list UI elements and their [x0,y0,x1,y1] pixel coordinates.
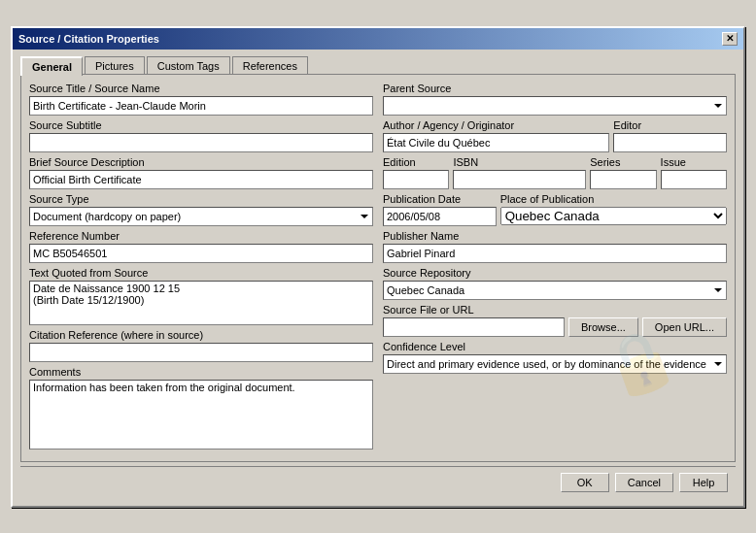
publisher-name-label: Publisher Name [383,230,727,242]
tab-general[interactable]: General [20,56,83,76]
form-columns: Source Title / Source Name Source Subtit… [29,83,727,453]
publisher-name-input[interactable] [383,244,727,263]
source-file-group: Source File or URL Browse... Open URL... [383,304,727,337]
right-column: Parent Source Author / Agency / Originat… [383,83,727,453]
help-button[interactable]: Help [679,473,728,492]
pub-date-group: Publication Date [383,193,497,226]
ok-button[interactable]: OK [561,473,609,492]
edition-label: Edition [383,156,449,168]
tab-custom-tags[interactable]: Custom Tags [147,56,230,76]
issue-label: Issue [661,156,727,168]
edition-group: Edition [383,156,449,189]
source-repo-group: Source Repository Quebec Canada [383,267,727,300]
edition-isbn-series-issue-row: Edition ISBN Series Issue [383,156,727,189]
reference-number-input[interactable] [29,244,373,263]
author-label: Author / Agency / Originator [383,119,609,131]
browse-button[interactable]: Browse... [568,317,638,337]
author-input[interactable] [383,133,609,152]
dialog-title: Source / Citation Properties [18,33,159,45]
place-pub-group: Place of Publication Quebec Canada [500,193,727,226]
source-type-group: Source Type Document (hardcopy on paper) [29,193,373,226]
close-button[interactable]: ✕ [722,32,738,46]
tab-references[interactable]: References [232,56,308,76]
dialog-body: General Pictures Custom Tags References … [13,50,743,506]
issue-group: Issue [661,156,727,189]
source-subtitle-label: Source Subtitle [29,119,373,131]
text-quoted-group: Text Quoted from Source [29,267,373,325]
tab-content-general: 🔒 Source Title / Source Name Source Subt… [20,74,736,462]
citation-ref-input[interactable] [29,343,373,362]
parent-source-label: Parent Source [383,83,727,94]
text-quoted-textarea[interactable] [29,281,373,325]
brief-desc-label: Brief Source Description [29,156,373,168]
tab-bar: General Pictures Custom Tags References [20,55,736,75]
confidence-select[interactable]: Direct and primary evidence used, or by … [383,354,727,374]
series-input[interactable] [590,170,656,189]
source-repo-label: Source Repository [383,267,727,279]
cancel-button[interactable]: Cancel [615,473,673,492]
dialog: Source / Citation Properties ✕ General P… [11,26,745,508]
citation-ref-group: Citation Reference (where in source) [29,329,373,362]
reference-number-label: Reference Number [29,230,373,242]
comments-group: Comments [29,366,373,450]
series-label: Series [590,156,656,168]
source-file-label: Source File or URL [383,304,727,316]
source-repo-select[interactable]: Quebec Canada [383,281,727,300]
series-group: Series [590,156,656,189]
title-bar: Source / Citation Properties ✕ [13,28,743,50]
confidence-label: Confidence Level [383,341,727,352]
left-column: Source Title / Source Name Source Subtit… [29,83,373,453]
editor-label: Editor [613,119,727,131]
source-subtitle-group: Source Subtitle [29,119,373,152]
citation-ref-label: Citation Reference (where in source) [29,329,373,341]
editor-input[interactable] [613,133,727,152]
source-type-label: Source Type [29,193,373,205]
source-title-label: Source Title / Source Name [29,83,373,94]
editor-group: Editor [613,119,727,152]
source-subtitle-input[interactable] [29,133,373,152]
isbn-group: ISBN [453,156,586,189]
brief-desc-group: Brief Source Description [29,156,373,189]
issue-input[interactable] [661,170,727,189]
pub-date-input[interactable] [383,207,497,226]
parent-source-select[interactable] [383,96,727,116]
source-file-row: Browse... Open URL... [383,317,727,337]
reference-number-group: Reference Number [29,230,373,263]
isbn-label: ISBN [453,156,586,168]
confidence-group: Confidence Level Direct and primary evid… [383,341,727,374]
publisher-name-group: Publisher Name [383,230,727,263]
comments-textarea[interactable] [29,380,373,450]
author-editor-row: Author / Agency / Originator Editor [383,119,727,152]
comments-label: Comments [29,366,373,378]
place-pub-select[interactable]: Quebec Canada [500,207,727,225]
brief-desc-input[interactable] [29,170,373,189]
source-title-input[interactable] [29,96,373,116]
isbn-input[interactable] [453,170,586,189]
source-type-select[interactable]: Document (hardcopy on paper) [29,207,373,226]
author-group: Author / Agency / Originator [383,119,609,152]
source-title-group: Source Title / Source Name [29,83,373,116]
source-file-input[interactable] [383,317,565,337]
dialog-footer: OK Cancel Help [20,466,736,498]
text-quoted-label: Text Quoted from Source [29,267,373,279]
parent-source-group: Parent Source [383,83,727,116]
tab-pictures[interactable]: Pictures [85,56,145,76]
open-url-button[interactable]: Open URL... [642,317,727,337]
pubdate-place-row: Publication Date Place of Publication Qu… [383,193,727,226]
place-pub-label: Place of Publication [500,193,727,205]
pub-date-label: Publication Date [383,193,497,205]
edition-input[interactable] [383,170,449,189]
